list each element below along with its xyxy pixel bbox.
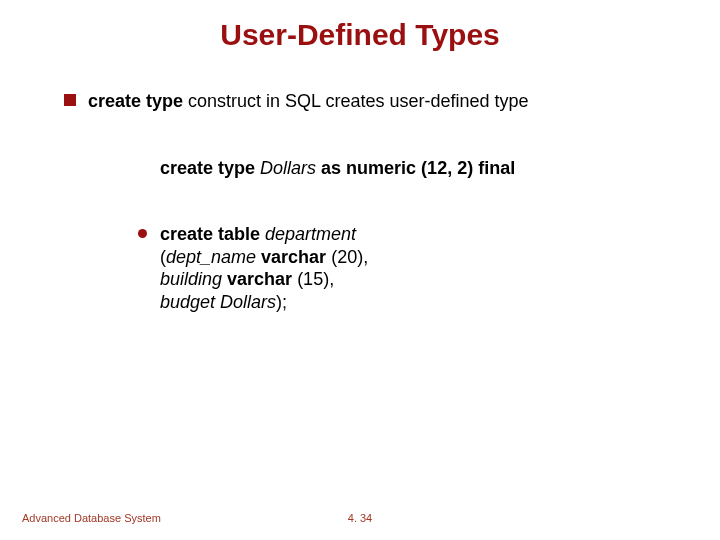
text: (15), bbox=[297, 269, 334, 289]
circle-bullet-icon bbox=[138, 229, 147, 238]
text: create type bbox=[88, 91, 183, 111]
footer-page-number: 4. 34 bbox=[0, 512, 720, 524]
text: department bbox=[265, 224, 356, 244]
text: Dollars bbox=[260, 158, 321, 178]
bullet-item-2: create table department (dept_name varch… bbox=[138, 223, 664, 313]
text: dept_name bbox=[166, 247, 261, 267]
text: budget Dollars bbox=[160, 292, 276, 312]
text: varchar bbox=[261, 247, 331, 267]
page-title: User-Defined Types bbox=[0, 18, 720, 52]
slide: User-Defined Types create type construct… bbox=[0, 0, 720, 540]
text: ); bbox=[276, 292, 287, 312]
text: create type bbox=[160, 158, 260, 178]
bullet-item-1: create type construct in SQL creates use… bbox=[64, 90, 664, 113]
code-block: create table department (dept_name varch… bbox=[160, 223, 664, 313]
text: create table bbox=[160, 224, 265, 244]
square-bullet-icon bbox=[64, 94, 76, 106]
content-area: create type construct in SQL creates use… bbox=[64, 90, 664, 313]
text: varchar bbox=[227, 269, 297, 289]
text: building bbox=[160, 269, 227, 289]
text: (20), bbox=[331, 247, 368, 267]
text: construct in SQL creates user-defined ty… bbox=[183, 91, 529, 111]
code-line: create type Dollars as numeric (12, 2) f… bbox=[160, 157, 664, 180]
text: as numeric (12, 2) final bbox=[321, 158, 515, 178]
